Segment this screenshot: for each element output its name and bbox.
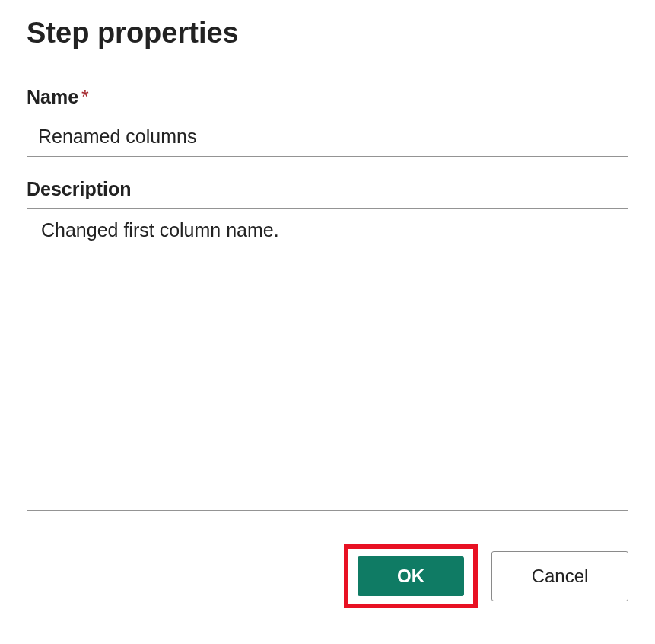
ok-button-highlight: OK — [344, 544, 478, 608]
description-label: Description — [27, 178, 628, 200]
cancel-button[interactable]: Cancel — [491, 551, 628, 601]
description-field-group: Description Changed first column name. — [27, 178, 628, 514]
name-input[interactable] — [27, 116, 628, 157]
dialog-title: Step properties — [27, 17, 628, 49]
name-label-text: Name — [27, 86, 78, 107]
name-label: Name* — [27, 86, 628, 108]
ok-button[interactable]: OK — [358, 556, 464, 596]
name-field-group: Name* — [27, 86, 628, 157]
description-input[interactable]: Changed first column name. — [27, 208, 628, 511]
dialog-button-row: OK Cancel — [27, 544, 628, 608]
required-asterisk-icon: * — [81, 86, 89, 107]
